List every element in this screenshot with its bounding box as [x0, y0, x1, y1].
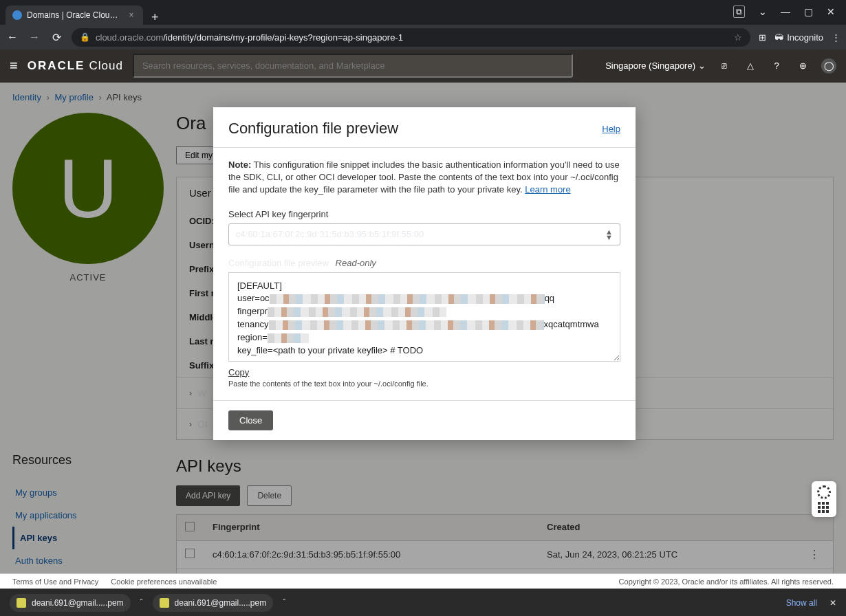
- lock-icon: 🔒: [80, 32, 90, 42]
- config-text: xqcatqmtmwa: [544, 319, 599, 329]
- help-icon[interactable]: ?: [769, 58, 784, 74]
- config-line: [DEFAULT]: [237, 280, 611, 293]
- config-text: qq: [545, 293, 554, 303]
- chevron-down-icon: ⌄: [698, 60, 706, 71]
- browser-menu-icon[interactable]: ⋮: [832, 32, 840, 43]
- select-stepper-icon: ▲▼: [605, 229, 613, 240]
- logo-oracle-text: ORACLE: [28, 59, 85, 73]
- reload-icon[interactable]: ⟳: [50, 31, 63, 44]
- download-filename: deani.691@gmail.....pem: [32, 598, 124, 608]
- config-text: tenancy: [237, 319, 269, 329]
- oracle-header: ≡ ORACLE Cloud Singapore (Singapore) ⌄ ⎚…: [0, 50, 846, 82]
- support-icon: [817, 485, 831, 499]
- fingerprint-select[interactable]: c4:60:1a:67:0f:2c:9d:31:5d:b3:95:b5:1f:9…: [228, 223, 620, 245]
- chevron-up-icon[interactable]: ˆ: [283, 598, 285, 608]
- learn-more-link[interactable]: Learn more: [525, 184, 570, 195]
- tab-title: Domains | Oracle Cloud Infrastru: [27, 10, 122, 20]
- region-selector[interactable]: Singapore (Singapore) ⌄: [605, 60, 706, 71]
- close-icon[interactable]: ×: [127, 10, 136, 20]
- grid-icon: [818, 502, 830, 513]
- page-footer: Terms of Use and Privacy Cookie preferen…: [0, 573, 846, 588]
- pip-icon[interactable]: ⧉: [733, 6, 745, 18]
- profile-icon[interactable]: ◯: [821, 58, 836, 74]
- chevron-up-icon[interactable]: ˆ: [140, 598, 143, 608]
- file-icon: [160, 598, 169, 608]
- close-button[interactable]: Close: [228, 410, 273, 430]
- modal-title: Configuration file preview: [228, 120, 602, 138]
- hamburger-icon[interactable]: ≡: [10, 58, 18, 74]
- logo-cloud-text: Cloud: [89, 59, 122, 73]
- note-label: Note:: [228, 160, 251, 170]
- announcements-icon[interactable]: △: [743, 58, 758, 74]
- extensions-icon[interactable]: ⊞: [759, 32, 766, 43]
- url-host: cloud.oracle.com: [96, 32, 163, 43]
- search-input[interactable]: [133, 54, 573, 78]
- config-preview-modal: Configuration file preview Help Note: Th…: [213, 107, 636, 440]
- redacted-icon: [269, 320, 544, 330]
- browser-address-bar: ← → ⟳ 🔒 cloud.oracle.com/identity/domain…: [0, 25, 846, 50]
- config-line: key_file=<path to your private keyfile> …: [237, 344, 611, 358]
- oracle-logo[interactable]: ORACLE Cloud: [28, 59, 123, 73]
- window-close-icon[interactable]: ✕: [827, 6, 835, 17]
- config-text: user=oc: [237, 293, 270, 303]
- maximize-icon[interactable]: ▢: [804, 6, 813, 17]
- download-item[interactable]: deani.691@gmail.....pem: [10, 594, 131, 612]
- preview-label: Configuration file preview Read-only: [228, 258, 620, 268]
- download-filename: deani.691@gmail.....pem: [175, 598, 267, 608]
- downloads-bar: deani.691@gmail.....pem ˆ deani.691@gmai…: [0, 588, 846, 616]
- window-controls: ⧉ ⌄ — ▢ ✕: [733, 6, 840, 25]
- cookie-prefs-link[interactable]: Cookie preferences unavailable: [111, 578, 217, 586]
- file-icon: [17, 598, 26, 608]
- chevron-down-icon[interactable]: ⌄: [759, 6, 767, 17]
- show-all-downloads-link[interactable]: Show all: [786, 598, 817, 608]
- tab-favicon: [12, 10, 22, 20]
- floating-help-widget[interactable]: [812, 481, 836, 517]
- url-path: /identity/domains/my-profile/api-keys?re…: [163, 32, 403, 43]
- back-icon[interactable]: ←: [6, 31, 19, 43]
- modal-note: Note: This configuration file snippet in…: [228, 148, 620, 197]
- incognito-badge[interactable]: 🕶 Incognito: [774, 32, 823, 43]
- preview-label-text: Configuration file preview: [228, 258, 329, 268]
- browser-tab-active[interactable]: Domains | Oracle Cloud Infrastru ×: [6, 6, 143, 25]
- download-item[interactable]: deani.691@gmail.....pem: [153, 594, 274, 612]
- config-text: region=: [237, 332, 268, 342]
- fingerprint-value: c4:60:1a:67:0f:2c:9d:31:5d:b3:95:b5:1f:9…: [236, 229, 605, 239]
- url-input[interactable]: 🔒 cloud.oracle.com/identity/domains/my-p…: [72, 28, 750, 47]
- star-icon[interactable]: ☆: [734, 32, 742, 43]
- redacted-icon: [268, 333, 309, 343]
- region-label: Singapore (Singapore): [605, 60, 695, 71]
- config-text: fingerpr: [237, 306, 268, 316]
- incognito-label: Incognito: [787, 32, 823, 43]
- globe-icon[interactable]: ⊕: [795, 58, 810, 74]
- config-textarea[interactable]: [DEFAULT] user=ocqq fingerpr tenancyxqca…: [228, 272, 620, 362]
- dev-tools-icon[interactable]: ⎚: [717, 58, 732, 74]
- redacted-icon: [270, 294, 545, 304]
- redacted-icon: [268, 307, 446, 317]
- copy-hint: Paste the contents of the text box into …: [228, 380, 620, 388]
- forward-icon: →: [28, 31, 41, 43]
- browser-tab-strip: Domains | Oracle Cloud Infrastru × + ⧉ ⌄…: [0, 0, 846, 25]
- help-link[interactable]: Help: [602, 124, 620, 134]
- readonly-badge: Read-only: [336, 258, 376, 268]
- minimize-icon[interactable]: —: [781, 6, 790, 17]
- close-downloads-icon[interactable]: ✕: [829, 598, 836, 608]
- terms-link[interactable]: Terms of Use and Privacy: [12, 578, 98, 586]
- copy-link[interactable]: Copy: [228, 367, 249, 377]
- fingerprint-label: Select API key fingerprint: [228, 209, 620, 219]
- incognito-icon: 🕶: [774, 32, 783, 43]
- new-tab-button[interactable]: +: [143, 10, 167, 25]
- copyright-text: Copyright © 2023, Oracle and/or its affi…: [619, 578, 834, 586]
